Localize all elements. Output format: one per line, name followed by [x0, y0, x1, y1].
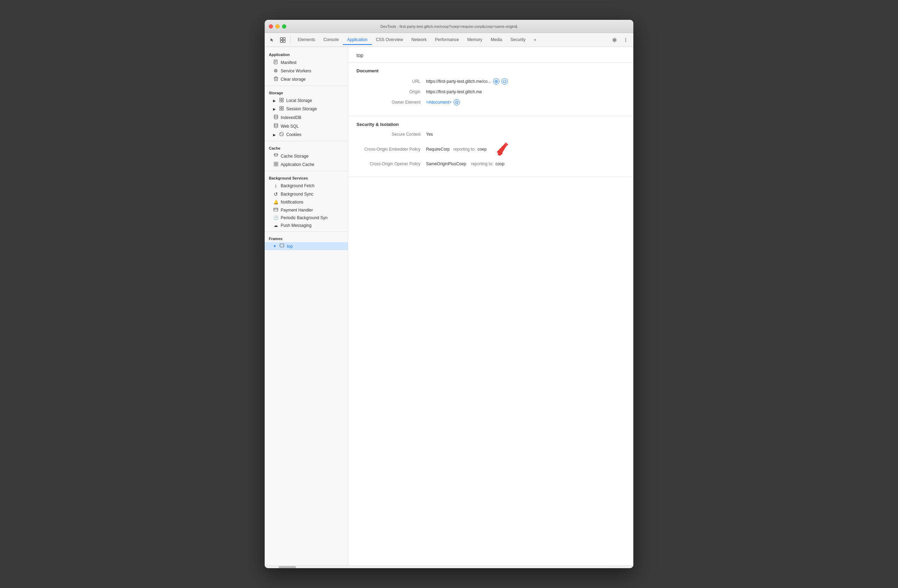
url-inspect-icon[interactable]: ↑	[501, 78, 508, 85]
traffic-lights	[269, 25, 286, 29]
owner-element-link[interactable]: <#document>	[426, 100, 451, 105]
sidebar-item-manifest[interactable]: Manifest	[264, 58, 348, 67]
origin-field-row: Origin https://first-party-test.glitch.m…	[357, 89, 625, 94]
sidebar-item-service-workers[interactable]: ⚙ Service Workers	[264, 67, 348, 75]
sidebar-item-indexeddb[interactable]: IndexedDB	[264, 113, 348, 122]
periodic-bg-sync-label: Periodic Background Syn	[281, 215, 328, 220]
sidebar-item-periodic-bg-sync[interactable]: 🕐 Periodic Background Syn	[264, 214, 348, 222]
svg-rect-21	[280, 106, 281, 108]
sidebar-item-push-messaging[interactable]: ☁ Push Messaging	[264, 222, 348, 229]
sidebar-item-payment-handler[interactable]: Payment Handler	[264, 206, 348, 214]
tab-more[interactable]: »	[530, 35, 540, 45]
tab-performance[interactable]: Performance	[431, 35, 463, 45]
sidebar-item-session-storage[interactable]: ▶ Session Storage	[264, 105, 348, 113]
arrow-icon: ▶	[273, 99, 276, 103]
svg-text:↑: ↑	[504, 80, 505, 83]
svg-rect-18	[282, 98, 283, 100]
tab-memory[interactable]: Memory	[463, 35, 487, 45]
svg-point-27	[280, 132, 283, 136]
trash-icon	[273, 76, 278, 82]
svg-rect-22	[282, 106, 283, 108]
scrollbar-area[interactable]	[264, 565, 634, 568]
svg-rect-36	[274, 208, 278, 211]
svg-rect-32	[274, 162, 276, 164]
svg-rect-35	[276, 165, 278, 166]
sidebar-item-background-fetch[interactable]: ↕ Background Fetch	[264, 182, 348, 190]
manifest-label: Manifest	[281, 60, 296, 65]
divider-3	[264, 171, 348, 171]
sidebar-item-top-frame[interactable]: ▼ top	[264, 242, 348, 250]
secure-context-value: Yes	[426, 132, 433, 137]
tab-console[interactable]: Console	[319, 35, 343, 45]
tab-css-overview[interactable]: CSS Overview	[372, 35, 407, 45]
cookie-icon	[278, 132, 284, 137]
content-breadcrumb: top	[348, 47, 634, 63]
security-section: Security & Isolation Secure Context Yes …	[348, 116, 634, 177]
divider-1	[264, 86, 348, 86]
secure-context-row: Secure Context Yes	[357, 132, 625, 137]
divider-4	[264, 231, 348, 232]
sidebar-section-storage: Storage	[264, 88, 348, 96]
maximize-button[interactable]	[282, 25, 286, 29]
svg-rect-20	[282, 100, 283, 102]
url-label: URL	[357, 79, 426, 84]
sidebar-section-bg-services: Background Services	[264, 173, 348, 182]
close-button[interactable]	[269, 25, 273, 29]
url-link-icon[interactable]	[493, 78, 500, 85]
document-section-title: Document	[357, 68, 625, 74]
svg-rect-2	[280, 40, 282, 42]
svg-rect-24	[282, 109, 283, 111]
coep-policy-text: RequireCorp	[426, 147, 450, 152]
coep-value: RequireCorp reporting to: coep	[426, 142, 509, 157]
sidebar-item-clear-storage[interactable]: Clear storage	[264, 75, 348, 83]
tab-elements[interactable]: Elements	[294, 35, 319, 45]
svg-point-6	[625, 39, 626, 40]
sidebar-item-web-sql[interactable]: Web SQL	[264, 122, 348, 131]
sidebar-item-cookies[interactable]: ▶ Cookies	[264, 131, 348, 139]
settings-icon[interactable]	[610, 35, 620, 45]
svg-point-28	[280, 133, 281, 134]
svg-rect-0	[280, 38, 282, 40]
cookies-label: Cookies	[286, 132, 301, 137]
owner-element-label: Owner Element	[357, 100, 426, 105]
svg-point-4	[614, 39, 616, 41]
minimize-button[interactable]	[275, 25, 280, 29]
payment-handler-label: Payment Handler	[281, 208, 313, 212]
window-title: DevTools - first-party-test.glitch.me/co…	[380, 25, 518, 29]
application-cache-label: Application Cache	[281, 162, 314, 167]
coop-reporting-value: coop	[495, 162, 504, 166]
svg-rect-3	[283, 40, 285, 42]
tab-network[interactable]: Network	[407, 35, 431, 45]
coop-value: SameOriginPlusCoep reporting to: coop	[426, 162, 504, 166]
inspect-icon[interactable]	[278, 35, 288, 45]
owner-element-field-row: Owner Element <#document>	[357, 99, 625, 105]
sidebar-item-background-sync[interactable]: ↺ Background Sync	[264, 190, 348, 198]
document-icon	[273, 60, 278, 65]
svg-rect-38	[280, 244, 284, 247]
more-options-icon[interactable]	[621, 35, 630, 45]
sidebar-section-frames: Frames	[264, 234, 348, 242]
url-text: https://first-party-test.glitch.me/co...	[426, 79, 491, 84]
owner-element-icon[interactable]	[454, 99, 460, 105]
toolbar-right	[610, 35, 630, 45]
tab-media[interactable]: Media	[487, 35, 506, 45]
tab-application[interactable]: Application	[343, 35, 372, 45]
svg-rect-19	[280, 100, 281, 102]
local-storage-label: Local Storage	[286, 98, 312, 103]
sidebar-item-local-storage[interactable]: ▶ Local Storage	[264, 96, 348, 105]
svg-rect-23	[280, 109, 281, 111]
svg-point-30	[281, 133, 282, 134]
sidebar-item-application-cache[interactable]: Application Cache	[264, 160, 348, 169]
sidebar-item-cache-storage[interactable]: Cache Storage	[264, 152, 348, 160]
sidebar-section-cache: Cache	[264, 143, 348, 152]
document-section: Document URL https://first-party-test.gl…	[348, 63, 634, 116]
cursor-icon[interactable]	[268, 35, 277, 45]
sidebar-item-notifications[interactable]: 🔔 Notifications	[264, 198, 348, 206]
gear-icon: ⚙	[273, 68, 278, 74]
grid-icon	[278, 106, 284, 112]
db-icon	[273, 114, 278, 120]
coep-label: Cross-Origin Embedder Policy	[357, 147, 426, 152]
tab-security[interactable]: Security	[506, 35, 530, 45]
svg-point-26	[274, 123, 278, 125]
toolbar-separator	[291, 37, 291, 43]
